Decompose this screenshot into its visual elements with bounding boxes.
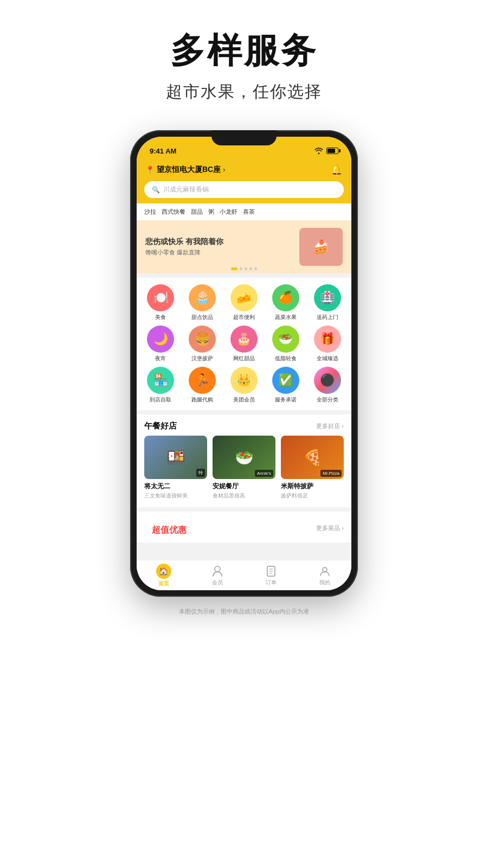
search-icon: 🔍 [152, 186, 160, 194]
cat-item-cityselect[interactable]: 🎁 全城臻选 [307, 326, 347, 362]
battery-icon [326, 148, 338, 154]
banner-dot-1 [231, 267, 237, 270]
location-text: 望京恒电大厦BC座 [157, 165, 221, 175]
tag-crayfish[interactable]: 小龙虾 [220, 208, 237, 216]
location-arrow-icon: › [223, 166, 225, 174]
cat-icon-supermarket: 🧀 [230, 284, 258, 311]
lunch-section-header: 午餐好店 更多好店 › [137, 414, 351, 436]
cat-label-promise: 服务承诺 [275, 396, 297, 404]
nav-member-label: 会员 [212, 579, 223, 586]
cat-icon-member: 👑 [230, 367, 258, 394]
nav-orders-label: 订单 [266, 579, 277, 586]
restaurant-card-3[interactable]: 🍕 Mr.Pizza 米斯特披萨 披萨料很足 [281, 436, 344, 500]
cat-icon-burger: 🍔 [189, 326, 216, 353]
phone-frame: 9:41 AM 📍 望京恒电大厦BC座 › [130, 130, 358, 597]
restaurant-card-2[interactable]: 🥗 Annie's 安妮餐厅 食材品质很高 [213, 436, 275, 500]
sub-title: 超市水果，任你选择 [166, 81, 322, 103]
main-title: 多样服务 [166, 27, 322, 74]
cat-label-pickup: 到店自取 [150, 396, 171, 404]
scroll-content[interactable]: 悲伤或快乐 有我陪着你 馋嘴小零食 爆款直降 🍰 [137, 220, 351, 560]
location-area[interactable]: 📍 望京恒电大厦BC座 › [145, 165, 225, 175]
nav-home-label: 首页 [158, 580, 169, 588]
phone-wrapper: 9:41 AM 📍 望京恒电大厦BC座 › [130, 130, 358, 597]
cat-icon-food: 🍽️ [147, 284, 174, 311]
restaurant-img-2: 🥗 Annie's [213, 436, 275, 479]
cat-icon-cityselect: 🎁 [314, 326, 341, 353]
category-section: 🍽️ 美食 🧁 甜点饮品 🧀 超市便利 🍊 [137, 278, 351, 410]
cat-item-pickup[interactable]: 🏪 到店自取 [141, 367, 181, 404]
restaurant-card-1[interactable]: 🍱 特 将太无二 三文鱼味道很鲜美 [144, 436, 207, 500]
cat-label-food: 美食 [155, 314, 166, 321]
cat-item-courier[interactable]: 🏃 跑腿代购 [183, 367, 222, 404]
cat-label-burger: 汉堡披萨 [191, 355, 213, 362]
restaurant-name-2: 安妮餐厅 [213, 482, 275, 491]
bottom-nav: 🏠 首页 会员 [137, 560, 351, 590]
cat-item-burger[interactable]: 🍔 汉堡披萨 [183, 326, 222, 362]
member-icon [210, 565, 225, 578]
cat-icon-lightfood: 🥗 [272, 326, 299, 353]
cat-item-drinks[interactable]: 🧁 甜点饮品 [183, 284, 222, 321]
svg-point-1 [323, 567, 327, 572]
tag-dessert[interactable]: 甜品 [191, 208, 203, 216]
tag-porridge[interactable]: 粥 [208, 208, 214, 216]
cat-icon-sweetfood: 🎂 [230, 326, 258, 353]
category-grid: 🍽️ 美食 🧁 甜点饮品 🧀 超市便利 🍊 [141, 284, 347, 404]
cat-item-food[interactable]: 🍽️ 美食 [141, 284, 181, 321]
cat-label-member: 美团会员 [233, 396, 255, 404]
cat-item-supermarket[interactable]: 🧀 超市便利 [224, 284, 264, 321]
cat-item-nightsnack[interactable]: 🌙 夜宵 [141, 326, 181, 362]
cat-label-all: 全部分类 [317, 396, 338, 404]
cat-item-fruits[interactable]: 🍊 蔬菜水果 [266, 284, 305, 321]
deals-title: 超值优惠 [144, 518, 194, 538]
restaurant-img-1: 🍱 特 [144, 436, 207, 479]
cat-item-medicine[interactable]: 🏥 送药上门 [307, 284, 347, 321]
tag-fastfood[interactable]: 西式快餐 [162, 208, 185, 216]
cat-item-all[interactable]: ⚫ 全部分类 [307, 367, 347, 404]
cat-label-drinks: 甜点饮品 [191, 314, 213, 321]
cat-icon-nightsnack: 🌙 [147, 326, 174, 353]
cat-item-promise[interactable]: ✅ 服务承诺 [266, 367, 305, 404]
tag-tea[interactable]: 喜茶 [243, 208, 255, 216]
lunch-section: 午餐好店 更多好店 › 🍱 特 将太无二 三文鱼味道很鲜美 [137, 414, 351, 507]
nav-member[interactable]: 会员 [210, 565, 225, 586]
nav-profile-label: 我的 [319, 579, 330, 586]
orders-icon [264, 565, 279, 578]
banner[interactable]: 悲伤或快乐 有我陪着你 馋嘴小零食 爆款直降 🍰 [137, 220, 351, 273]
restaurant-badge-2: Annie's [255, 470, 273, 477]
nav-profile[interactable]: 我的 [317, 565, 332, 586]
cat-icon-medicine: 🏥 [314, 284, 341, 311]
page-header: 多样服务 超市水果，任你选择 [166, 0, 322, 114]
cat-icon-all: ⚫ [314, 367, 341, 394]
bell-icon[interactable]: 🔔 [331, 164, 343, 176]
restaurant-badge-3: Mr.Pizza [320, 470, 342, 477]
cat-item-member[interactable]: 👑 美团会员 [224, 367, 264, 404]
phone-screen: 9:41 AM 📍 望京恒电大厦BC座 › [137, 137, 351, 590]
search-bar[interactable]: 🔍 川成元麻辣香锅 [144, 181, 344, 198]
nav-home[interactable]: 🏠 首页 [156, 564, 171, 588]
cat-label-sweetfood: 网红甜品 [233, 355, 255, 362]
restaurant-img-3: 🍕 Mr.Pizza [281, 436, 344, 479]
banner-dots [231, 267, 257, 270]
wifi-icon [314, 148, 323, 154]
tag-salad[interactable]: 沙拉 [144, 208, 156, 216]
cat-label-medicine: 送药上门 [317, 314, 338, 321]
tags-row: 沙拉 西式快餐 甜品 粥 小龙虾 喜茶 [137, 203, 351, 220]
status-icons [314, 148, 338, 154]
restaurant-name-3: 米斯特披萨 [281, 482, 344, 491]
deals-more[interactable]: 更多菜品 › [316, 524, 344, 532]
cat-label-courier: 跑腿代购 [191, 396, 213, 404]
cat-item-sweetfood[interactable]: 🎂 网红甜品 [224, 326, 264, 362]
cat-label-supermarket: 超市便利 [233, 314, 255, 321]
search-container: 🔍 川成元麻辣香锅 [137, 181, 351, 203]
nav-orders[interactable]: 订单 [264, 565, 279, 586]
phone-notch [211, 130, 277, 145]
banner-dot-3 [245, 267, 247, 270]
banner-title: 悲伤或快乐 有我陪着你 [145, 237, 223, 247]
status-time: 9:41 AM [150, 147, 176, 155]
footer-note: 本图仅为示例，图中商品或活动以App内公示为准 [179, 608, 309, 627]
lunch-more-link[interactable]: 更多好店 › [316, 422, 344, 430]
app-header: 📍 望京恒电大厦BC座 › 🔔 [137, 161, 351, 181]
cat-item-lightfood[interactable]: 🥗 低脂轻食 [266, 326, 305, 362]
profile-icon [317, 565, 332, 578]
deals-header: 超值优惠 更多菜品 › [137, 512, 351, 542]
